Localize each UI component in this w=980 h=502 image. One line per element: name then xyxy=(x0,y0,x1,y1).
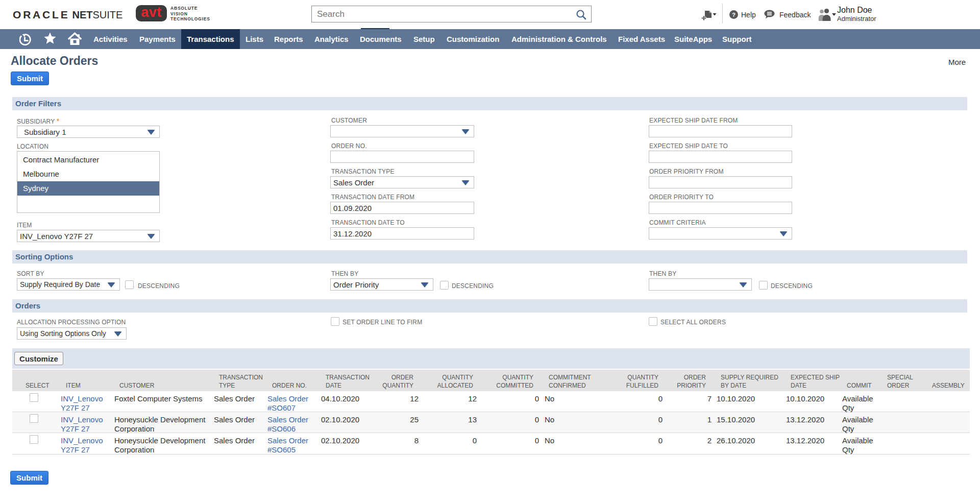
svg-text:?: ? xyxy=(732,12,736,18)
